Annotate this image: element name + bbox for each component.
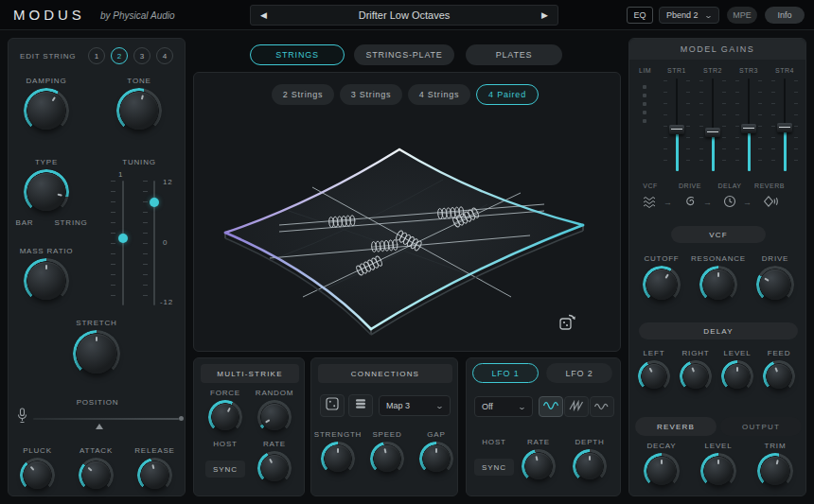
lfo-target-dropdown[interactable]: Off ⌄ — [474, 396, 533, 417]
delay-left-knob[interactable] — [638, 360, 670, 392]
limiter-led — [643, 94, 646, 97]
lfo-panel: LFO 1 LFO 2 Off ⌄ HOST RATE DEPTH SYNC — [466, 357, 621, 496]
attack-knob[interactable] — [79, 458, 114, 493]
delay-feed-label: FEED — [755, 349, 803, 357]
delay-feed-knob[interactable] — [763, 360, 795, 392]
string-plate-visualization — [199, 112, 615, 346]
edit-string-panel: EDIT STRING 1 2 3 4 DAMPING TONE TYPE TU… — [8, 38, 186, 496]
map-value: Map 3 — [386, 401, 410, 410]
stretch-knob[interactable] — [73, 330, 120, 377]
vcf-drive-knob[interactable] — [756, 266, 794, 304]
string-select-2[interactable]: 2 — [111, 47, 128, 64]
vcf-section-header[interactable]: VCF — [671, 226, 766, 243]
app-byline: by Physical Audio — [100, 10, 175, 21]
chevron-down-icon: ⌄ — [518, 403, 526, 411]
force-label: FORCE — [199, 389, 252, 397]
tab-plates[interactable]: PLATES — [466, 44, 562, 65]
multi-strike-sync-button[interactable]: SYNC — [205, 461, 245, 478]
str4-label: STR4 — [775, 67, 794, 74]
config-tab-4-paired[interactable]: 4 Paired — [476, 84, 539, 105]
string-select-3[interactable]: 3 — [133, 47, 150, 64]
delay-level-knob[interactable] — [721, 360, 753, 392]
force-knob[interactable] — [208, 400, 242, 434]
speed-knob[interactable] — [370, 442, 404, 476]
gap-knob[interactable] — [419, 442, 453, 476]
lfo-wave-smooth-button[interactable] — [590, 396, 614, 417]
multi-strike-panel: MULTI-STRIKE FORCE RANDOM HOST RATE SYNC — [193, 357, 305, 496]
lfo-sync-button[interactable]: SYNC — [474, 459, 514, 476]
tab-strings-plate[interactable]: STRINGS-PLATE — [354, 44, 454, 65]
gap-label: GAP — [410, 430, 463, 439]
reverb-level-knob[interactable] — [700, 453, 736, 489]
limiter-led-meter — [641, 80, 648, 128]
header-bar: MODUS by Physical Audio ◀ Drifter Low Oc… — [0, 0, 814, 30]
chain-delay-label: DELAY — [717, 182, 742, 189]
strength-knob[interactable] — [321, 442, 355, 476]
lfo-wave-saw-button[interactable] — [564, 396, 589, 417]
delay-right-knob[interactable] — [680, 360, 712, 392]
mass-ratio-label: MASS RATIO — [14, 247, 79, 255]
tab-lfo-1[interactable]: LFO 1 — [472, 363, 539, 383]
resonance-knob[interactable] — [699, 266, 737, 304]
gain-slider-str1[interactable] — [669, 78, 684, 171]
string-select-1[interactable]: 1 — [88, 47, 105, 64]
cutoff-knob[interactable] — [643, 266, 681, 304]
next-preset-icon[interactable]: ▶ — [541, 10, 548, 20]
tab-lfo-2[interactable]: LFO 2 — [546, 363, 612, 383]
connections-map-list-button[interactable] — [348, 394, 373, 417]
mass-ratio-knob[interactable] — [24, 258, 69, 304]
info-button[interactable]: Info — [765, 7, 805, 24]
tuning-fine-handle[interactable] — [150, 198, 159, 207]
decay-knob[interactable] — [644, 453, 680, 489]
speed-label: SPEED — [361, 430, 414, 439]
pitch-bend-dropdown[interactable]: Pbend 2 ⌄ — [659, 7, 719, 24]
multi-strike-header[interactable]: MULTI-STRIKE — [201, 364, 299, 383]
connections-random-button[interactable] — [320, 394, 345, 417]
lfo-depth-knob[interactable] — [573, 449, 607, 483]
position-end-dot — [179, 416, 184, 421]
position-slider[interactable] — [33, 418, 179, 420]
position-label: POSITION — [60, 398, 135, 407]
chain-vcf-label: VCF — [639, 182, 662, 189]
trim-knob[interactable] — [757, 453, 793, 489]
tuning-coarse-handle[interactable] — [118, 234, 128, 243]
attack-label: ATTACK — [69, 446, 123, 455]
string-select-4[interactable]: 4 — [156, 47, 173, 64]
mic-icon — [16, 408, 28, 427]
lfo-rate-knob[interactable] — [522, 449, 556, 483]
tone-knob[interactable] — [116, 88, 162, 133]
eq-button[interactable]: EQ — [627, 7, 653, 24]
limiter-led — [643, 119, 646, 123]
release-knob[interactable] — [137, 458, 172, 493]
config-tab-3-strings[interactable]: 3 Strings — [340, 84, 402, 105]
multi-strike-rate-knob[interactable] — [257, 451, 292, 485]
lfo-wave-sine-button[interactable] — [539, 396, 563, 417]
config-tab-4-strings[interactable]: 4 Strings — [408, 84, 470, 105]
type-knob[interactable] — [24, 169, 69, 215]
tab-output[interactable]: OUTPUT — [720, 417, 802, 436]
connections-header[interactable]: CONNECTIONS — [318, 364, 452, 383]
gain-slider-str4[interactable] — [777, 78, 792, 171]
map-dropdown[interactable]: Map 3 ⌄ — [379, 395, 451, 416]
tab-strings[interactable]: STRINGS — [250, 44, 345, 65]
tuning-slider-coarse[interactable] — [122, 181, 124, 305]
gain-slider-str2[interactable] — [705, 78, 720, 171]
position-marker[interactable] — [96, 424, 103, 429]
modus-plugin-window: MODUS by Physical Audio ◀ Drifter Low Oc… — [0, 0, 814, 504]
tab-reverb[interactable]: REVERB — [635, 417, 717, 436]
config-tab-2-strings[interactable]: 2 Strings — [272, 84, 334, 105]
pluck-knob[interactable] — [20, 458, 55, 493]
preset-name[interactable]: Drifter Low Octaves — [359, 9, 451, 21]
randomize-icon[interactable] — [557, 310, 579, 337]
saw-wave-icon — [568, 398, 585, 415]
prev-preset-icon[interactable]: ◀ — [260, 10, 267, 20]
random-knob[interactable] — [257, 400, 292, 434]
damping-knob[interactable] — [24, 88, 69, 133]
cutoff-label: CUTOFF — [633, 254, 690, 263]
gain-slider-str3[interactable] — [741, 78, 756, 171]
chevron-down-icon: ⌄ — [704, 11, 713, 20]
mpe-button[interactable]: MPE — [727, 7, 757, 24]
delay-section-header[interactable]: DELAY — [639, 322, 798, 339]
limiter-led — [643, 111, 646, 114]
chevron-down-icon: ⌄ — [435, 402, 444, 410]
